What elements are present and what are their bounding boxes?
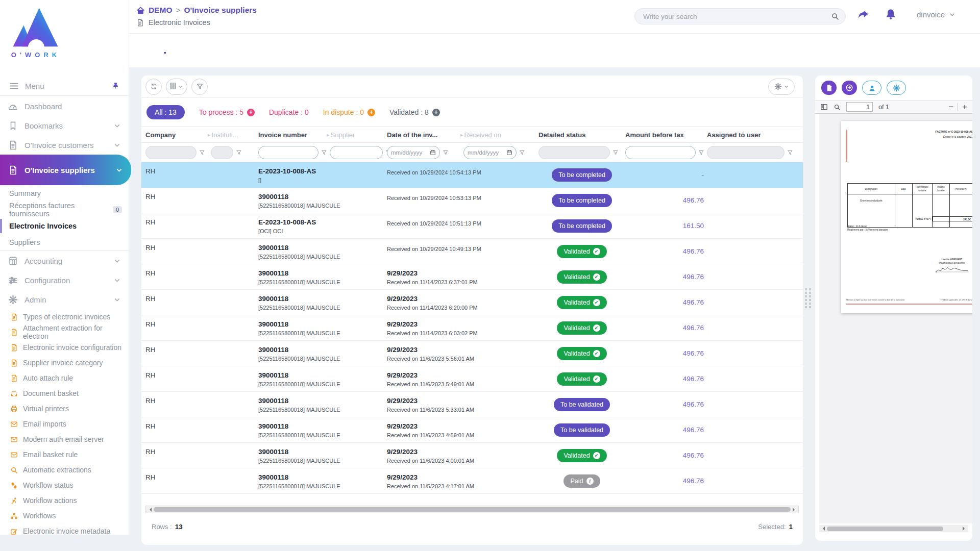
page-tab[interactable] — [164, 41, 166, 54]
column-funnel-icon[interactable] — [519, 149, 525, 156]
filter-date-input[interactable]: mm/dd/yyyy — [463, 146, 517, 159]
table-settings-button[interactable] — [768, 79, 795, 95]
refresh-button[interactable] — [145, 79, 162, 95]
column-header[interactable]: Assigned to user — [707, 131, 794, 139]
admin-submenu-item[interactable]: Workflow actions — [0, 493, 129, 508]
share-icon[interactable] — [856, 8, 870, 21]
calendar-icon[interactable] — [506, 149, 512, 156]
column-header[interactable]: ▸ Instituti... — [211, 131, 258, 139]
scrollbar-thumb[interactable] — [154, 507, 791, 512]
table-row[interactable]: RH 39000118 [52251165800018] MAJUSCULE 9… — [141, 417, 803, 443]
table-row[interactable]: RH 39000118 [52251165800018] MAJUSCULE 9… — [141, 341, 803, 366]
table-row[interactable]: RH 39000118 [52251165800018] MAJUSCULE R… — [141, 188, 803, 213]
admin-submenu-item[interactable]: Workflow status — [0, 478, 129, 493]
search-icon[interactable] — [831, 12, 839, 20]
submenu-item[interactable]: Summary — [0, 185, 129, 202]
filter-input[interactable] — [330, 146, 383, 159]
column-header[interactable]: Company — [145, 131, 211, 139]
sidebar-menu-header[interactable]: Menu — [0, 77, 129, 96]
pdf-viewport[interactable]: FACTURE n° E-2023-10-008-AS Émise le 5 o… — [819, 114, 972, 523]
column-funnel-icon[interactable] — [199, 149, 205, 156]
column-funnel-icon[interactable] — [612, 149, 619, 156]
status-filter-tab[interactable]: To process : 5 — [199, 108, 255, 116]
cell-amount[interactable]: 496.76 — [625, 341, 707, 366]
zoom-in-button[interactable]: + — [962, 103, 967, 111]
cell-amount[interactable]: 496.76 — [625, 290, 707, 315]
cell-amount[interactable]: 496.76 — [625, 315, 707, 340]
column-expand-icon[interactable]: ▸ — [208, 132, 211, 138]
sidebar-toggle-icon[interactable] — [820, 103, 828, 111]
table-row[interactable]: RH 39000118 [52251165800018] MAJUSCULE 9… — [141, 443, 803, 468]
breadcrumb-root[interactable]: DEMO — [149, 6, 173, 15]
table-row[interactable]: RH 39000118 [52251165800018] MAJUSCULE R… — [141, 239, 803, 264]
admin-submenu-item[interactable]: Automatic extractions — [0, 462, 129, 478]
column-funnel-icon[interactable] — [443, 149, 449, 156]
cell-amount[interactable]: 496.76 — [625, 188, 707, 213]
assign-user-button[interactable] — [862, 81, 881, 95]
cell-amount[interactable]: 496.76 — [625, 366, 707, 391]
open-document-button[interactable] — [842, 81, 857, 95]
search-input[interactable] — [643, 13, 831, 20]
status-filter-tab[interactable]: In dispute : 0 — [323, 108, 375, 116]
amount-link[interactable]: 161.50 — [683, 222, 704, 230]
cell-amount[interactable]: 496.76 — [625, 239, 707, 264]
admin-submenu-item[interactable]: Attachment extraction for electron — [0, 324, 129, 340]
scroll-right-icon[interactable] — [963, 527, 967, 531]
amount-link[interactable]: 496.76 — [683, 452, 704, 459]
amount-link[interactable]: 496.76 — [683, 349, 704, 357]
zoom-out-button[interactable]: − — [948, 103, 953, 111]
sidebar-item[interactable]: O'Invoice customers — [0, 135, 129, 155]
plus-circle-icon[interactable] — [368, 109, 375, 116]
admin-submenu-item[interactable]: Electronic invoice configuration — [0, 340, 129, 355]
filter-input[interactable] — [258, 146, 318, 159]
cell-amount[interactable]: - — [625, 162, 707, 187]
hamburger-icon[interactable] — [9, 81, 19, 91]
cell-amount[interactable]: 496.76 — [625, 468, 707, 493]
page-tab[interactable] — [136, 41, 138, 54]
plus-circle-icon[interactable] — [247, 109, 255, 116]
amount-link[interactable]: 496.76 — [683, 426, 704, 434]
scrollbar-thumb[interactable] — [827, 527, 943, 531]
sidebar-item[interactable]: Admin — [0, 290, 129, 309]
cell-amount[interactable]: 161.50 — [625, 213, 707, 238]
plus-circle-icon[interactable] — [432, 109, 440, 116]
column-header[interactable]: Invoice number — [258, 131, 330, 139]
table-row[interactable]: RH 39000118 [52251165800018] MAJUSCULE 9… — [141, 264, 803, 290]
calendar-icon[interactable] — [430, 149, 436, 156]
table-horizontal-scrollbar[interactable] — [145, 506, 799, 513]
column-funnel-icon[interactable] — [698, 149, 704, 156]
column-expand-icon[interactable]: ▸ — [327, 132, 330, 138]
submenu-item[interactable]: Suppliers — [0, 234, 129, 251]
table-row[interactable]: RH 39000118 [52251165800018] MAJUSCULE 9… — [141, 392, 803, 417]
column-expand-icon[interactable]: ▸ — [460, 132, 463, 138]
admin-submenu-item[interactable]: Virtual printers — [0, 401, 129, 416]
admin-submenu-item[interactable]: Modern auth email server — [0, 432, 129, 447]
scroll-right-icon[interactable] — [793, 508, 797, 512]
submenu-item[interactable]: Réceptions factures fournisseurs 0 — [0, 202, 129, 218]
home-icon[interactable] — [136, 6, 145, 15]
amount-link[interactable]: 496.76 — [683, 273, 704, 281]
status-filter-tab[interactable]: All : 13 — [146, 105, 185, 119]
column-header[interactable]: Amount before tax — [625, 131, 707, 139]
amount-link[interactable]: 496.76 — [683, 400, 704, 408]
column-funnel-icon[interactable] — [787, 149, 793, 156]
cell-amount[interactable]: 496.76 — [625, 264, 707, 289]
table-row[interactable]: RH E-2023-10-008-AS [OCI] OCI Received o… — [141, 213, 803, 239]
cell-amount[interactable]: 496.76 — [625, 443, 707, 468]
status-filter-tab[interactable]: Duplicate : 0 — [269, 108, 309, 116]
amount-link[interactable]: - — [702, 171, 704, 179]
sidebar-item-oinvoice-suppliers-active[interactable]: O'Invoice suppliers — [0, 155, 131, 185]
pdf-download-button[interactable] — [821, 81, 837, 95]
sidebar-item[interactable]: Accounting — [0, 251, 129, 270]
page-number-input[interactable] — [846, 102, 873, 112]
amount-link[interactable]: 496.76 — [683, 375, 704, 383]
table-row[interactable]: RH 39000118 [52251165800018] MAJUSCULE 9… — [141, 468, 803, 494]
filter-input[interactable] — [625, 146, 696, 159]
column-header[interactable]: ▸ Received on — [463, 131, 538, 139]
breadcrumb-section[interactable]: O'Invoice suppliers — [184, 6, 257, 15]
column-header[interactable]: ▸ Supplier — [330, 131, 387, 139]
sidebar-item[interactable]: Configuration — [0, 270, 129, 290]
find-icon[interactable] — [834, 104, 841, 111]
table-row[interactable]: RH E-2023-10-008-AS [] Received on 10/29… — [141, 162, 803, 188]
app-logo[interactable]: O'WORK — [7, 3, 64, 59]
